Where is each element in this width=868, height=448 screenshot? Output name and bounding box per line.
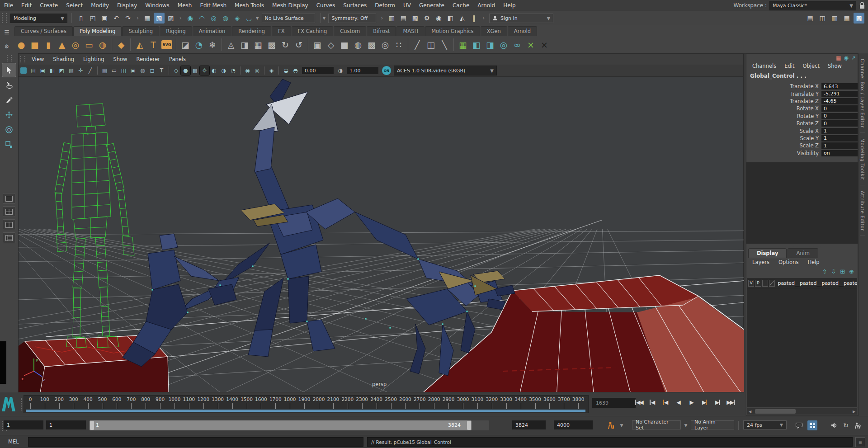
panel-focus-icon[interactable] <box>20 67 27 74</box>
character-set-selector[interactable]: No Character Set <box>632 420 681 429</box>
isolate-select-icon[interactable]: ◈ <box>267 66 276 75</box>
smooth-shade-display-icon[interactable]: ● <box>181 66 190 75</box>
use-all-lights-icon[interactable]: ☼ <box>200 66 209 75</box>
shelf-tab-rigging[interactable]: Rigging <box>160 26 192 36</box>
select-hierarchy-icon[interactable]: ▦ <box>142 13 153 24</box>
menu-arnold[interactable]: Arnold <box>473 2 499 9</box>
lasso-tool[interactable] <box>2 78 16 92</box>
sweep-mesh-shelf-button[interactable]: ◭ <box>133 38 146 52</box>
new-empty-layer-icon[interactable]: ⊞ <box>840 268 845 275</box>
ambient-occlusion-icon[interactable]: ◑ <box>219 66 228 75</box>
channel-stats-icon[interactable]: ▦ <box>836 55 841 61</box>
workspace-selector[interactable]: Maya Classic* ▼ <box>769 1 856 10</box>
shelf-menu-icon[interactable]: ☰ <box>4 29 9 36</box>
shelf-tab-rendering[interactable]: Rendering <box>232 26 271 36</box>
move-tool[interactable] <box>2 108 16 122</box>
render-settings-icon[interactable]: ⚙ <box>421 13 432 24</box>
type-tool-shelf-button[interactable]: T <box>146 38 160 52</box>
exposure-field[interactable]: 0.00 <box>302 67 334 74</box>
step-forward-frame-button[interactable]: ▶ <box>698 397 710 408</box>
depth-of-field-icon[interactable]: ◎ <box>252 66 262 75</box>
layer-display-type-toggle[interactable] <box>762 280 768 287</box>
gamma-field[interactable]: 1.00 <box>347 67 378 74</box>
plane-cut-shelf-button[interactable]: ◫ <box>424 38 438 52</box>
fps-selector[interactable]: 24 fps ▼ <box>743 420 787 429</box>
menu-file[interactable]: File <box>0 2 17 9</box>
shelf-tab-animation[interactable]: Animation <box>193 26 232 36</box>
live-surface-field[interactable]: No Live Surface <box>262 14 315 23</box>
go-to-end-button[interactable]: ▶▶ <box>725 397 736 408</box>
shelf-tab-mash[interactable]: MASH <box>396 26 425 36</box>
redo-icon[interactable]: ↷ <box>123 13 133 24</box>
bookmarks-icon[interactable]: ◩ <box>57 66 66 75</box>
select-component-icon[interactable]: ▨ <box>165 13 176 24</box>
scroll-right-arrow[interactable]: ▶ <box>851 408 857 415</box>
symmetry-field[interactable]: Symmetry: Off <box>328 14 376 23</box>
combine-tool-shelf-button[interactable]: ◧ <box>470 38 483 52</box>
duplicate-face-shelf-button[interactable]: ▣ <box>311 38 324 52</box>
measure-tool-shelf-button[interactable]: ◪ <box>179 38 192 52</box>
boolean-tool-shelf-button[interactable]: ◨ <box>238 38 251 52</box>
safe-title-icon[interactable]: T <box>157 66 166 75</box>
layer-menu-layers[interactable]: Layers <box>748 259 774 265</box>
tool-settings-icon[interactable]: ▥ <box>829 13 840 24</box>
layer-playback-toggle[interactable]: P <box>755 280 761 287</box>
quad-draw-shelf-button[interactable]: ╱ <box>410 38 424 52</box>
vp-menu-panels[interactable]: Panels <box>165 56 190 62</box>
shelf-tab-sculpting[interactable]: Sculpting <box>122 26 159 36</box>
menu-surfaces[interactable]: Surfaces <box>339 2 371 9</box>
layer-visibility-toggle[interactable]: V <box>748 280 754 287</box>
image-plane-icon[interactable]: ▧ <box>66 66 76 75</box>
snap-to-point-icon[interactable]: ◎ <box>208 13 219 24</box>
camera-attributes-icon[interactable]: ◧ <box>47 66 57 75</box>
four-pane-layout[interactable] <box>3 206 15 217</box>
make-live-icon[interactable]: ◡ <box>244 13 255 24</box>
grease-pencil-icon[interactable]: ╱ <box>85 66 95 75</box>
poly-cylinder-shelf-button[interactable]: ▮ <box>42 38 55 52</box>
horizontal-scrollbar[interactable]: ◀ ▶ <box>747 408 857 415</box>
colorspace-selector[interactable]: ACES 1.0 SDR-video (sRGB)▼ <box>394 66 497 75</box>
safe-action-icon[interactable]: ◻ <box>147 66 157 75</box>
scroll-left-arrow[interactable]: ◀ <box>747 408 753 415</box>
group-expander[interactable]: › <box>482 15 485 21</box>
save-scene-icon[interactable]: ▣ <box>99 13 110 24</box>
play-backwards-button[interactable]: ◀ <box>672 397 684 408</box>
layer-menu-options[interactable]: Options <box>774 259 802 265</box>
shelf-tab-poly-modeling[interactable]: Poly Modeling <box>73 26 122 36</box>
rotate-cw-tool-shelf-button[interactable]: ↻ <box>278 38 292 52</box>
anim-layer-selector[interactable]: No Anim Layer <box>691 420 734 429</box>
2d-pan-zoom-icon[interactable]: ✛ <box>76 66 85 75</box>
poly-torus-shelf-button[interactable]: ◎ <box>69 38 82 52</box>
xray-display-icon[interactable]: ◒ <box>281 66 291 75</box>
menu-help[interactable]: Help <box>499 2 519 9</box>
panel-splitter[interactable]: ......................... <box>746 244 858 248</box>
paint-select-tool[interactable] <box>2 93 16 107</box>
multisample-aa-icon[interactable]: ◉ <box>243 66 252 75</box>
side-tab-channel-box-layer-editor[interactable]: Channel Box / Layer Editor <box>860 54 865 133</box>
new-layer-from-selected-icon[interactable]: ⊕ <box>849 268 854 275</box>
menu-display[interactable]: Display <box>113 2 141 9</box>
new-scene-icon[interactable]: ▯ <box>75 13 86 24</box>
viewport-canvas[interactable]: yxz persp <box>19 76 744 392</box>
single-pane-layout[interactable] <box>3 193 15 204</box>
extrude-tool-shelf-button[interactable]: ◇ <box>324 38 338 52</box>
menu-modify[interactable]: Modify <box>87 2 113 9</box>
snap-to-view-plane-icon[interactable]: ◈ <box>232 13 243 24</box>
shadows-display-icon[interactable]: ◐ <box>209 66 219 75</box>
channel-menu-object[interactable]: Object <box>800 63 823 69</box>
rotate-ccw-tool-shelf-button[interactable]: ↺ <box>292 38 306 52</box>
vp-menu-lighting[interactable]: Lighting <box>79 56 108 62</box>
channel-speed-icon[interactable]: ◉ <box>844 55 848 61</box>
outliner-layout[interactable] <box>3 232 15 243</box>
shelf-tab-curves-surfaces[interactable]: Curves / Surfaces <box>14 26 73 36</box>
poly-cone-shelf-button[interactable]: ▲ <box>55 38 69 52</box>
channel-breakdown-icon[interactable]: ↗ <box>851 55 856 61</box>
playback-end-field[interactable]: 3824 <box>512 420 546 429</box>
menu-deform[interactable]: Deform <box>371 2 399 9</box>
go-to-start-button[interactable]: ◀◀ <box>633 397 645 408</box>
channel-menu-show[interactable]: Show <box>825 63 845 69</box>
resolution-gate-icon[interactable]: ◫ <box>119 66 128 75</box>
attribute-editor-toggle-icon[interactable]: ▦ <box>841 13 852 24</box>
play-forwards-button[interactable]: ▶ <box>685 397 697 408</box>
cut-tool-shelf-button[interactable]: × <box>538 38 551 52</box>
